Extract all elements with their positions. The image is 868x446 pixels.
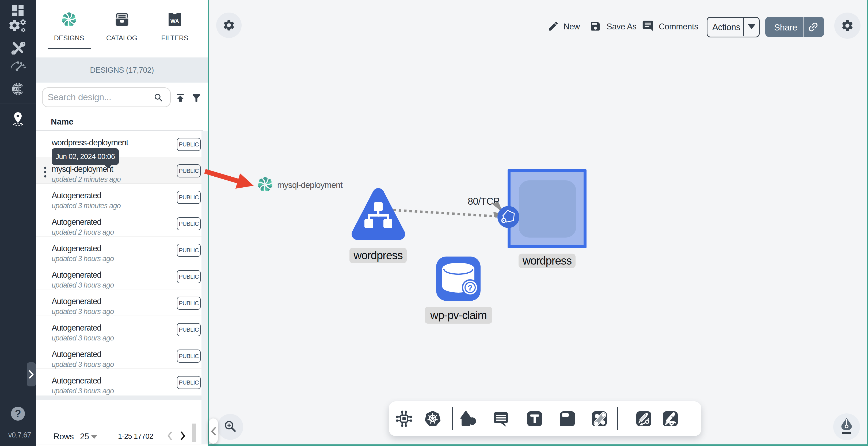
svg-text:?: ? — [468, 283, 472, 292]
svg-text:WA: WA — [170, 18, 179, 24]
